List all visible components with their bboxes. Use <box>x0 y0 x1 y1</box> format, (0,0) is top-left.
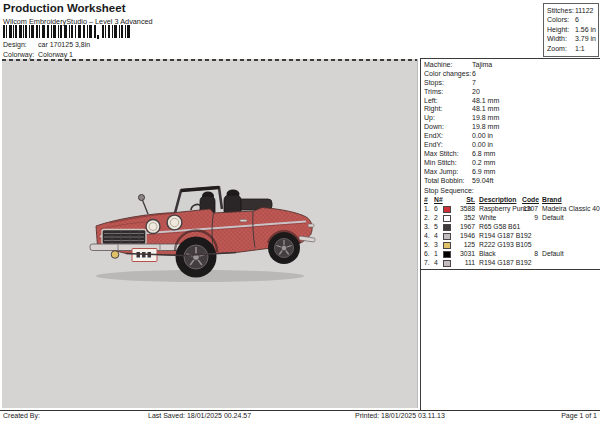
fog-lamp <box>111 251 119 259</box>
summary-label: Zoom: <box>547 44 575 53</box>
stitch-count: 352 <box>456 213 476 222</box>
stop-sequence-row: 3.51967R65 G58 B61 <box>421 222 600 231</box>
machine-info-row: Trims:20 <box>424 88 600 97</box>
summary-label: Colors: <box>547 15 575 24</box>
needle-number: 4 <box>434 231 443 240</box>
stitch-count: 111 <box>456 258 476 267</box>
machine-info-rows: Machine:TajimaColor changes:6Stops:7Trim… <box>421 59 600 185</box>
stop-sequence-rows: 1.63588Raspberry Punch1307Madeira Classi… <box>421 204 600 267</box>
design-preview-car <box>88 184 320 288</box>
summary-value: 3.79 in <box>575 34 596 43</box>
stop-number: 6. <box>424 249 434 258</box>
machine-info-value: 59.04ft <box>472 177 493 186</box>
colorway-meta-row: Colorway:Colorway 1 <box>3 50 73 59</box>
machine-info-row: Up:19.8 mm <box>424 114 600 123</box>
colorway-label: Colorway: <box>3 50 38 59</box>
thread-color-swatch <box>443 251 451 258</box>
thread-brand: Default <box>539 249 596 258</box>
stop-sequence-row: 7.4111R194 G187 B192 <box>421 258 600 267</box>
stop-sequence-row: 6.13031Black8Default <box>421 249 600 258</box>
thread-code: 1307 <box>522 204 539 213</box>
thread-code: 8 <box>522 249 539 258</box>
footer-divider <box>0 410 600 411</box>
machine-info-row: Color changes:6 <box>424 70 600 79</box>
info-panel: Machine:TajimaColor changes:6Stops:7Trim… <box>420 58 600 410</box>
page-title: Production Worksheet <box>3 2 125 14</box>
machine-info-value: 0.00 in <box>472 132 493 141</box>
stop-number: 4. <box>424 231 434 240</box>
headlight-right <box>167 215 182 230</box>
stop-number: 7. <box>424 258 434 267</box>
stitch-count: 3588 <box>456 204 476 213</box>
thread-color-swatch <box>443 233 451 240</box>
summary-value: 6 <box>575 15 579 24</box>
machine-info-value: Tajima <box>472 61 492 70</box>
rear-wheel <box>268 232 300 264</box>
summary-row: Height:1.56 in <box>547 25 598 34</box>
machine-info-row: Max Stitch:6.8 mm <box>424 150 600 159</box>
machine-info-label: EndY: <box>424 141 472 150</box>
design-canvas <box>2 59 418 408</box>
mirror-stem <box>142 199 148 214</box>
needle-number: 2 <box>434 213 443 222</box>
machine-info-row: EndY:0.00 in <box>424 141 600 150</box>
stop-sequence-row: 1.63588Raspberry Punch1307Madeira Classi… <box>421 204 600 213</box>
thread-color-swatch <box>443 224 451 231</box>
summary-label: Stitches: <box>547 6 575 15</box>
footer-created-by: Created By: <box>3 412 40 419</box>
stop-sequence-column-header: # <box>424 195 434 204</box>
machine-info-row: Max Jump:6.9 mm <box>424 168 600 177</box>
design-label: Design: <box>3 40 38 49</box>
summary-label: Width: <box>547 34 575 43</box>
machine-info-value: 6 <box>472 70 476 79</box>
stop-sequence-column-header: Description <box>476 195 522 204</box>
thread-description: R194 G187 B192 <box>476 231 522 240</box>
machine-info-label: Total Bobbin: <box>424 177 472 186</box>
stop-sequence-column-header: Code <box>522 195 539 204</box>
machine-info-label: Left: <box>424 97 472 106</box>
summary-row: Colors:6 <box>547 15 598 24</box>
needle-number: 4 <box>434 258 443 267</box>
machine-info-label: Right: <box>424 105 472 114</box>
stop-sequence-row: 2.2352White9Default <box>421 213 600 222</box>
mirror-icon <box>139 195 145 201</box>
footer-page-number: Page 1 of 1 <box>561 412 597 419</box>
stop-number: 1. <box>424 204 434 213</box>
machine-info-row: Total Bobbin:59.04ft <box>424 177 600 186</box>
summary-row: Width:3.79 in <box>547 34 598 43</box>
door-handle <box>240 220 247 222</box>
summary-rows: Stitches:11122Colors:6Height:1.56 inWidt… <box>547 6 598 53</box>
machine-info-value: 19.8 mm <box>472 123 499 132</box>
machine-info-label: Up: <box>424 114 472 123</box>
thread-brand: Default <box>539 213 596 222</box>
machine-info-row: Right:48.1 mm <box>424 105 600 114</box>
stitch-count: 1967 <box>456 222 476 231</box>
machine-info-row: Machine:Tajima <box>424 61 600 70</box>
stop-sequence-column-header: N# <box>434 195 443 204</box>
thread-description: Black <box>476 249 522 258</box>
barcode <box>3 25 131 39</box>
needle-number: 1 <box>434 249 443 258</box>
stop-sequence-column-header: Brand <box>539 195 596 204</box>
machine-info-row: Min Stitch:0.2 mm <box>424 159 600 168</box>
thread-color-swatch <box>443 242 451 249</box>
summary-value: 11122 <box>575 6 593 15</box>
headlight-left <box>146 220 160 234</box>
machine-info-label: EndX: <box>424 132 472 141</box>
machine-info-value: 19.8 mm <box>472 114 499 123</box>
machine-info-label: Down: <box>424 123 472 132</box>
machine-info-label: Max Stitch: <box>424 150 472 159</box>
machine-info-row: EndX:0.00 in <box>424 132 600 141</box>
machine-info-value: 7 <box>472 79 476 88</box>
thread-color-swatch <box>443 206 451 213</box>
tail-light <box>308 224 314 227</box>
stop-number: 2. <box>424 213 434 222</box>
stop-sequence-row: 4.41946R194 G187 B192 <box>421 231 600 240</box>
summary-label: Height: <box>547 25 575 34</box>
machine-info-label: Machine: <box>424 61 472 70</box>
front-wheel <box>176 237 217 278</box>
machine-info-value: 0.2 mm <box>472 159 495 168</box>
stop-number: 3. <box>424 222 434 231</box>
colorway-value: Colorway 1 <box>38 51 73 58</box>
thread-color-swatch <box>443 215 451 222</box>
